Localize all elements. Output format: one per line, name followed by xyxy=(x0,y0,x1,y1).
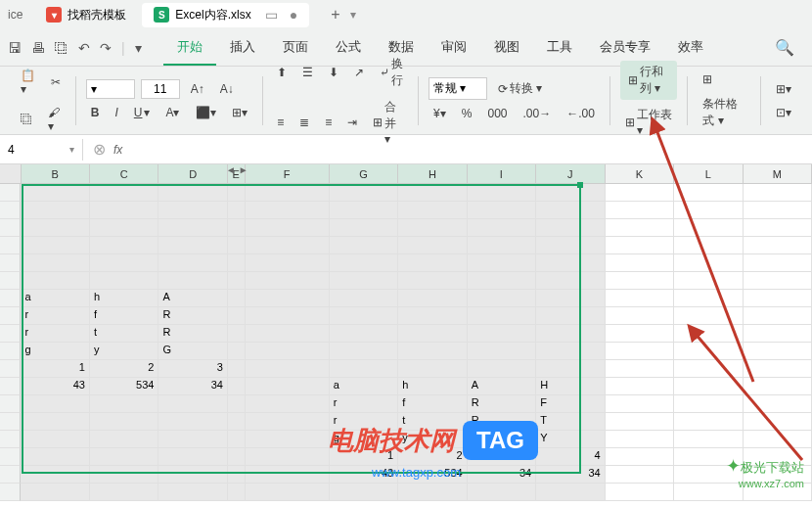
cell[interactable] xyxy=(246,395,330,413)
cell[interactable] xyxy=(330,219,398,237)
cell[interactable] xyxy=(606,448,674,466)
cell[interactable] xyxy=(90,202,158,219)
cell[interactable] xyxy=(158,237,227,254)
tab-excel-file[interactable]: S Excel内容.xlsx ▭ ● xyxy=(142,3,309,27)
cell[interactable] xyxy=(468,202,536,219)
cell[interactable]: R xyxy=(468,395,536,413)
cell[interactable] xyxy=(606,431,674,448)
cell[interactable] xyxy=(158,254,227,272)
cell[interactable] xyxy=(90,219,158,237)
cell[interactable]: a xyxy=(21,290,89,307)
align-right-icon[interactable]: ≡ xyxy=(320,113,337,132)
cell[interactable] xyxy=(536,184,605,202)
cell[interactable] xyxy=(228,378,246,395)
cell[interactable]: 1 xyxy=(21,360,89,378)
cell[interactable]: G xyxy=(158,343,227,360)
cell[interactable] xyxy=(536,360,605,378)
tab-templates[interactable]: ▾ 找稻壳模板 xyxy=(34,3,138,27)
cell[interactable] xyxy=(158,202,227,219)
col-header-J[interactable]: J xyxy=(536,164,605,183)
cell[interactable] xyxy=(536,272,605,290)
cell[interactable] xyxy=(90,484,158,501)
cell[interactable] xyxy=(21,484,89,501)
cell[interactable] xyxy=(468,237,536,254)
cell[interactable] xyxy=(90,448,158,466)
cell[interactable] xyxy=(468,484,536,501)
row-header[interactable] xyxy=(0,413,21,431)
cell[interactable]: 4 xyxy=(536,448,605,466)
cell[interactable] xyxy=(330,307,398,325)
cell[interactable] xyxy=(330,343,398,360)
cell[interactable] xyxy=(228,290,246,307)
menu-start[interactable]: 开始 xyxy=(163,30,216,66)
row-col-button[interactable]: ⊞ 行和列 ▾ xyxy=(620,61,678,100)
row-header[interactable] xyxy=(0,448,21,466)
cell[interactable] xyxy=(330,360,398,378)
print-icon[interactable]: 🖶 xyxy=(31,40,45,56)
align-bottom-icon[interactable]: ⬇ xyxy=(324,63,343,82)
cell[interactable] xyxy=(330,237,398,254)
cell[interactable] xyxy=(398,254,467,272)
cell[interactable] xyxy=(158,466,227,484)
cell[interactable] xyxy=(246,413,330,431)
align-top-icon[interactable]: ⬆ xyxy=(272,63,292,82)
cell[interactable] xyxy=(468,219,536,237)
cut-icon[interactable]: ✂ xyxy=(46,72,66,92)
cell[interactable] xyxy=(398,219,467,237)
cell[interactable] xyxy=(21,395,89,413)
cell[interactable] xyxy=(158,272,227,290)
cell[interactable] xyxy=(158,484,227,501)
row-header[interactable] xyxy=(0,431,21,448)
select-all-corner[interactable] xyxy=(0,164,22,183)
cell[interactable] xyxy=(90,413,158,431)
cell[interactable] xyxy=(468,307,536,325)
row-header[interactable] xyxy=(0,360,21,378)
cell[interactable] xyxy=(21,466,89,484)
cell[interactable] xyxy=(246,360,330,378)
cell[interactable] xyxy=(536,343,605,360)
cell[interactable] xyxy=(536,202,605,219)
menu-tools[interactable]: 工具 xyxy=(533,30,586,66)
col-header-G[interactable]: G xyxy=(330,164,398,183)
currency-icon[interactable]: ¥▾ xyxy=(429,104,451,123)
cell[interactable] xyxy=(606,413,674,431)
cell[interactable] xyxy=(398,360,467,378)
cell[interactable]: R xyxy=(158,325,227,343)
cell[interactable]: g xyxy=(21,343,89,360)
cell[interactable] xyxy=(158,219,227,237)
cell[interactable] xyxy=(398,237,467,254)
cell[interactable] xyxy=(21,202,89,219)
row-header[interactable] xyxy=(0,219,21,237)
cell[interactable] xyxy=(330,290,398,307)
cell[interactable] xyxy=(468,290,536,307)
cell[interactable]: 43 xyxy=(21,378,89,395)
indent-icon[interactable]: ⇥ xyxy=(342,113,362,132)
comma-icon[interactable]: 000 xyxy=(482,104,512,123)
cell[interactable] xyxy=(158,184,227,202)
cell[interactable] xyxy=(21,184,89,202)
copy-icon[interactable]: ⿻ xyxy=(16,110,37,129)
align-left-icon[interactable]: ≡ xyxy=(272,113,289,132)
cell[interactable] xyxy=(536,237,605,254)
cell[interactable] xyxy=(246,448,330,466)
row-header[interactable] xyxy=(0,184,21,202)
col-header-B[interactable]: B xyxy=(22,164,90,183)
cell[interactable] xyxy=(246,184,330,202)
orientation-icon[interactable]: ↗ xyxy=(349,63,369,82)
cell[interactable] xyxy=(21,431,89,448)
cell[interactable] xyxy=(536,290,605,307)
menu-review[interactable]: 审阅 xyxy=(428,30,480,66)
cell[interactable]: a xyxy=(330,378,398,395)
cell[interactable] xyxy=(398,484,467,501)
search-icon[interactable]: 🔍 xyxy=(765,38,804,57)
new-tab-button[interactable]: + xyxy=(331,6,339,23)
percent-icon[interactable]: % xyxy=(457,104,477,123)
cell[interactable] xyxy=(246,325,330,343)
cell[interactable] xyxy=(606,395,674,413)
cell[interactable] xyxy=(228,237,246,254)
cell[interactable] xyxy=(228,448,246,466)
cell[interactable] xyxy=(398,290,467,307)
cell[interactable] xyxy=(228,431,246,448)
cell[interactable] xyxy=(246,237,330,254)
cell[interactable]: 534 xyxy=(90,378,158,395)
